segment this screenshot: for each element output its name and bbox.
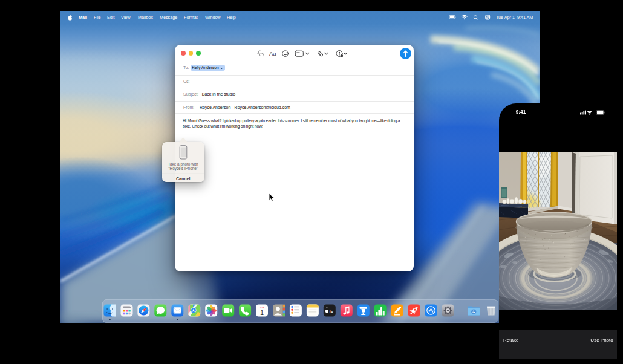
svg-text:1: 1 [260, 308, 264, 316]
svg-text:tv: tv [330, 309, 334, 314]
svg-text:Aa: Aa [269, 50, 276, 57]
